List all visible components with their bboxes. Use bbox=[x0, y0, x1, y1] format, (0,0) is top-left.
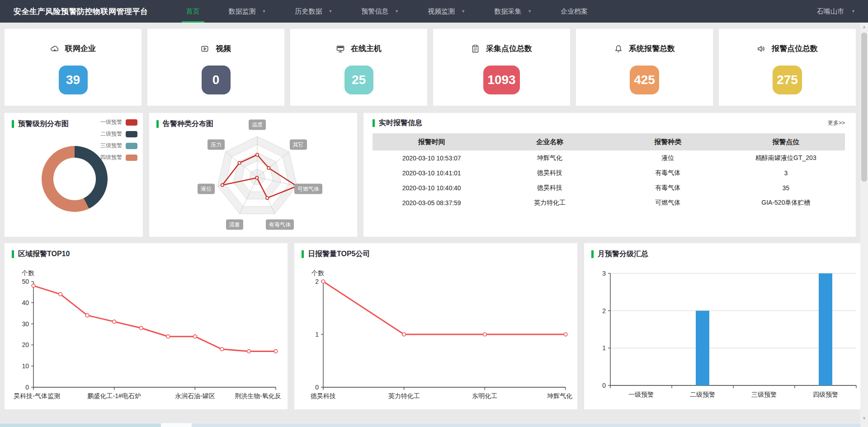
title-marker bbox=[12, 250, 14, 258]
table-cell: 有毒气体 bbox=[609, 165, 727, 180]
chevron-down-icon: ▼ bbox=[461, 9, 465, 14]
table-row: 2020-03-10 10:40:40德昊科技有毒气体35 bbox=[373, 180, 845, 195]
radar-axis-label: 液位 bbox=[198, 183, 215, 194]
legend-label: 三级预警 bbox=[100, 142, 122, 150]
stat-card-head: 报警点位总数 bbox=[757, 43, 818, 54]
more-link[interactable]: 更多>> bbox=[828, 119, 845, 127]
table-cell: 35 bbox=[727, 180, 845, 195]
panel-title-text: 实时报警信息 bbox=[379, 118, 422, 128]
stat-card-label: 系统报警总数 bbox=[629, 43, 675, 54]
speaker-icon bbox=[757, 44, 766, 53]
nav-item-1[interactable]: 首页 bbox=[184, 0, 203, 23]
nav-item-5[interactable]: 视频监测▼ bbox=[425, 0, 468, 23]
daily-top5-line-chart: 012个数德昊科技英力特化工东明化工坤辉气化 bbox=[302, 260, 573, 405]
nav-item-7[interactable]: 企业档案 bbox=[558, 0, 590, 23]
top-nav: 安全生产风险预警防控物联网管理平台 首页数据监测▼历史数据▼预警信息▼视频监测▼… bbox=[0, 0, 868, 23]
stat-card-4[interactable]: 采集点位总数1093 bbox=[433, 29, 570, 106]
stat-card-3[interactable]: 在线主机25 bbox=[290, 29, 427, 106]
chevron-down-icon: ▼ bbox=[528, 9, 532, 14]
stat-card-5[interactable]: 系统报警总数425 bbox=[576, 29, 713, 106]
next-section-peek bbox=[0, 423, 868, 427]
panel-daily-top5: 日报警量TOP5公司 012个数德昊科技英力特化工东明化工坤辉气化 bbox=[294, 243, 577, 409]
panel-title-realtime: 实时报警信息 bbox=[373, 118, 422, 128]
warn-level-legend: 一级预警二级预警三级预警四级预警 bbox=[100, 118, 137, 165]
host-icon bbox=[336, 44, 345, 53]
stat-card-label: 联网企业 bbox=[65, 43, 96, 54]
chevron-down-icon: ▼ bbox=[851, 9, 855, 14]
next-section-peek-left bbox=[0, 423, 161, 427]
svg-text:永润石油-罐区: 永润石油-罐区 bbox=[175, 392, 215, 399]
table-row: 2020-03-05 08:37:59英力特化工可燃气体GIA-520单体贮槽 bbox=[373, 195, 845, 210]
svg-text:2: 2 bbox=[315, 278, 319, 285]
stat-card-value: 25 bbox=[344, 66, 373, 94]
nav-item-label: 数据采集 bbox=[494, 7, 521, 16]
svg-text:20: 20 bbox=[22, 341, 29, 348]
nav-item-6[interactable]: 数据采集▼ bbox=[491, 0, 534, 23]
svg-text:40: 40 bbox=[22, 299, 29, 306]
stat-card-label: 视频 bbox=[216, 43, 231, 54]
scroll-down-icon[interactable]: ∨ bbox=[860, 414, 868, 422]
stat-card-head: 联网企业 bbox=[50, 43, 96, 54]
video-icon bbox=[201, 44, 210, 53]
region-selector[interactable]: 石嘴山市 ▼ bbox=[817, 0, 855, 23]
table-col-header: 报警点位 bbox=[727, 133, 845, 150]
table-cell: 坤辉气化 bbox=[491, 150, 609, 165]
stat-card-label: 采集点位总数 bbox=[486, 43, 532, 54]
radar-axis-label: 可燃气体 bbox=[294, 183, 322, 194]
chevron-down-icon: ▼ bbox=[262, 9, 266, 14]
table-row: 2020-03-10 10:53:07坤辉气化液位精醇南罐液位GT_203 bbox=[373, 150, 845, 165]
clipboard-icon bbox=[471, 44, 480, 53]
svg-text:坤辉气化: 坤辉气化 bbox=[547, 392, 572, 399]
legend-item-3[interactable]: 三级预警 bbox=[100, 142, 137, 150]
panel-title-region-top10: 区域报警TOP10 bbox=[12, 249, 283, 259]
stat-card-value: 39 bbox=[59, 66, 88, 94]
scrollbar-thumb[interactable] bbox=[861, 33, 867, 182]
title-marker bbox=[373, 119, 375, 127]
legend-item-1[interactable]: 一级预警 bbox=[100, 118, 137, 126]
svg-text:荆洪生物-氧化反: 荆洪生物-氧化反 bbox=[235, 392, 281, 399]
svg-text:2: 2 bbox=[602, 307, 606, 314]
svg-text:东明化工: 东明化工 bbox=[472, 392, 497, 399]
stat-card-2[interactable]: 视频0 bbox=[147, 29, 284, 106]
nav-item-2[interactable]: 数据监测▼ bbox=[226, 0, 269, 23]
nav-item-3[interactable]: 历史数据▼ bbox=[292, 0, 335, 23]
legend-label: 二级预警 bbox=[100, 130, 122, 138]
svg-text:一级预警: 一级预警 bbox=[628, 391, 654, 398]
svg-text:英力特化工: 英力特化工 bbox=[388, 392, 420, 399]
svg-text:0: 0 bbox=[315, 384, 319, 391]
stat-card-6[interactable]: 报警点位总数275 bbox=[719, 29, 856, 106]
svg-text:三级预警: 三级预警 bbox=[751, 391, 777, 398]
svg-text:1: 1 bbox=[315, 331, 319, 338]
table-col-header: 企业名称 bbox=[491, 133, 609, 150]
stat-card-value: 0 bbox=[202, 66, 231, 94]
legend-item-4[interactable]: 四级预警 bbox=[100, 154, 137, 161]
stat-card-value: 425 bbox=[630, 66, 659, 94]
svg-text:个数: 个数 bbox=[311, 269, 324, 277]
donut-hole bbox=[53, 158, 96, 200]
table-cell: 2020-03-05 08:37:59 bbox=[373, 195, 491, 210]
nav-item-label: 企业档案 bbox=[561, 7, 588, 16]
svg-text:1: 1 bbox=[602, 344, 606, 352]
radar-axis-label: 温度 bbox=[249, 120, 266, 130]
svg-text:50: 50 bbox=[22, 278, 29, 285]
svg-text:鹏盛化工-1#电石炉: 鹏盛化工-1#电石炉 bbox=[88, 392, 141, 399]
radar-axis-label: 压力 bbox=[208, 139, 225, 150]
realtime-alarm-table: 报警时间企业名称报警种类报警点位 2020-03-10 10:53:07坤辉气化… bbox=[373, 133, 845, 210]
panel-warn-level: 预警级别分布图 一级预警二级预警三级预警四级预警 bbox=[5, 113, 143, 237]
page-scrollbar[interactable]: ∧ ∨ bbox=[860, 23, 868, 427]
title-marker bbox=[302, 250, 304, 258]
legend-swatch bbox=[126, 119, 137, 126]
svg-text:3: 3 bbox=[602, 270, 606, 277]
panel-title-text: 月预警分级汇总 bbox=[598, 249, 648, 259]
legend-item-2[interactable]: 二级预警 bbox=[100, 130, 137, 138]
nav-menu: 首页数据监测▼历史数据▼预警信息▼视频监测▼数据采集▼企业档案 bbox=[184, 0, 614, 23]
scroll-up-icon[interactable]: ∧ bbox=[860, 23, 868, 31]
chevron-down-icon: ▼ bbox=[395, 9, 399, 14]
stat-card-1[interactable]: 联网企业39 bbox=[5, 29, 142, 106]
stat-cards-row: 联网企业39视频0在线主机25采集点位总数1093系统报警总数425报警点位总数… bbox=[5, 29, 856, 106]
monthly-bar-chart: 0123一级预警二级预警三级预警四级预警 bbox=[591, 260, 863, 405]
stat-card-head: 系统报警总数 bbox=[614, 43, 675, 54]
nav-item-4[interactable]: 预警信息▼ bbox=[359, 0, 401, 23]
svg-text:0: 0 bbox=[602, 382, 606, 389]
panel-alarm-type: 告警种类分布图 温度其它可燃气体有毒气体流量液位压力 bbox=[149, 113, 357, 237]
